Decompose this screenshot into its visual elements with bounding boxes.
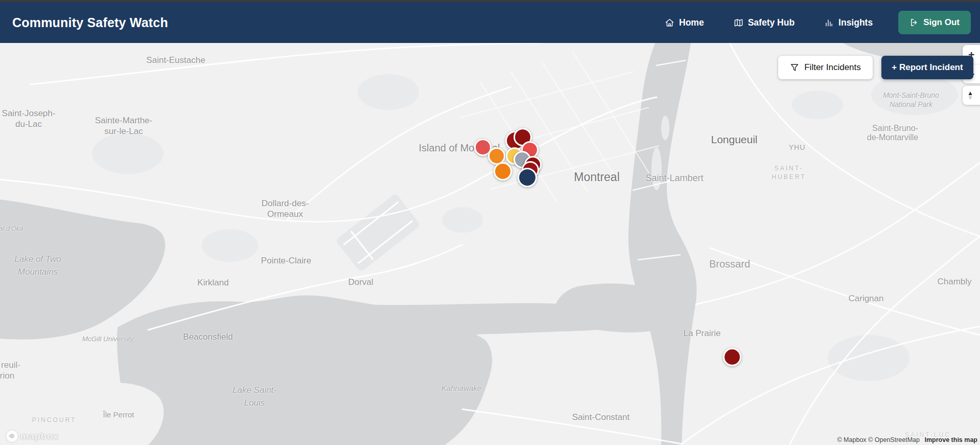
incident-marker[interactable] [494,162,512,181]
app-header: Community Safety Watch Home Safety Hub I… [0,2,980,43]
report-incident-label: + Report Incident [892,62,963,73]
report-incident-button[interactable]: + Report Incident [881,56,973,79]
home-icon [665,18,674,28]
sign-out-button[interactable]: Sign Out [898,11,971,34]
map-attribution: © Mapbox © OpenStreetMap Improve this ma… [837,436,977,443]
mapbox-attribution-link[interactable]: © Mapbox [837,436,866,443]
map-canvas[interactable]: Saint-EustacheSaint-Joseph-du-LacSainte-… [0,0,980,445]
map-pitch-control[interactable]: ▲ ▼ [963,86,980,105]
map-icon [734,18,743,28]
sign-out-icon [909,18,919,27]
nav-item-insights[interactable]: Insights [824,17,873,28]
incident-marker[interactable] [723,348,741,366]
sign-out-label: Sign Out [923,17,960,28]
incident-marker[interactable] [518,168,537,187]
app-window: Saint-EustacheSaint-Joseph-du-LacSainte-… [0,0,980,445]
funnel-icon [790,63,799,72]
nav-insights-label: Insights [838,17,873,28]
bar-chart-icon [824,18,834,28]
main-nav: Home Safety Hub Insights Sign Out [665,11,971,34]
nav-item-home[interactable]: Home [665,17,704,28]
improve-map-link[interactable]: Improve this map [925,436,978,443]
filter-incidents-button[interactable]: Filter Incidents [778,56,873,79]
filter-incidents-label: Filter Incidents [804,62,861,73]
mapbox-logo[interactable]: mapbox [6,430,59,442]
osm-attribution-link[interactable]: © OpenStreetMap [868,436,920,443]
mapbox-logo-text: mapbox [20,431,59,442]
app-title: Community Safety Watch [12,15,168,30]
nav-home-label: Home [679,17,704,28]
pitch-down-icon: ▼ [967,96,973,100]
nav-safety-hub-label: Safety Hub [748,17,795,28]
mapbox-logo-icon [6,430,18,442]
window-top-strip [0,0,980,2]
nav-item-safety-hub[interactable]: Safety Hub [734,17,795,28]
